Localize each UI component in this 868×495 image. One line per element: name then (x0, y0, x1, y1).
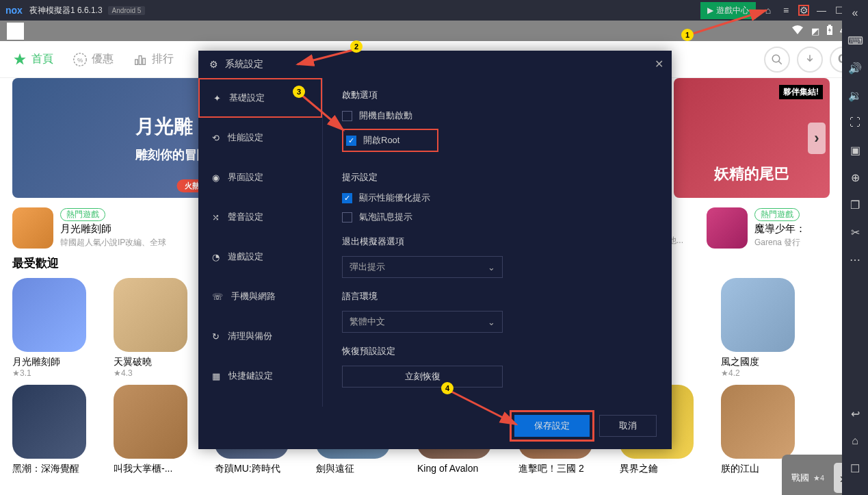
annotation-2: 2 (350, 40, 363, 53)
chevron-down-icon: ⌄ (488, 317, 495, 327)
app-item[interactable]: 天翼破曉★4.3 (114, 278, 202, 378)
svg-rect-5 (139, 55, 142, 64)
tab-deals[interactable]: % 優惠 (73, 52, 114, 67)
app-item[interactable]: 風之國度★4.2 (721, 278, 810, 378)
banner-3[interactable]: 夥伴集結! 妖精的尾巴 › (674, 78, 830, 198)
tab-deals-label: 優惠 (92, 52, 114, 66)
fullscreen-icon[interactable]: ⛶ (847, 115, 863, 130)
menu-icon[interactable]: ≡ (780, 5, 791, 16)
app-name: 奇蹟MU:跨時代 (215, 463, 304, 475)
checkbox-icon (342, 212, 352, 223)
sidebar-item-label: 遊戲設定 (228, 251, 263, 263)
svg-rect-1 (828, 25, 831, 26)
sidebar-item-game[interactable]: ◔遊戲設定 (198, 237, 322, 277)
hot-tag: 熱門遊戲 (754, 208, 800, 221)
checkbox-bubble-tip[interactable]: 氣泡訊息提示 (342, 211, 653, 223)
multi-instance-icon[interactable]: ❐ (847, 197, 863, 212)
search-button[interactable] (764, 47, 790, 73)
game-center-button[interactable]: ▶ 遊戲中心 (700, 2, 756, 19)
keyboard-icon[interactable]: ⌨ (847, 33, 863, 48)
modal-title: 系統設定 (225, 58, 263, 71)
tab-rank-label: 排行 (152, 52, 174, 66)
sidebar-item-shortcut[interactable]: ▦快捷鍵設定 (198, 356, 322, 396)
app-icon (114, 385, 187, 459)
sidebar-item-label: 界面設定 (228, 171, 263, 183)
nox-logo: nox (5, 5, 23, 16)
keyboard-small-icon: ▦ (212, 371, 220, 381)
recent-icon[interactable]: ☐ (847, 461, 863, 476)
checkbox-icon: ✓ (342, 193, 352, 203)
app-name: 黑潮：深海覺醒 (12, 463, 101, 475)
percent-icon: % (73, 52, 88, 67)
scroll-pill-label: 戰國 (791, 472, 809, 484)
tab-rank[interactable]: 排行 (133, 52, 174, 67)
screenshot-icon: ◩ (811, 26, 819, 36)
svg-point-7 (772, 55, 780, 62)
scissors-icon[interactable]: ✂ (847, 225, 863, 240)
app-icon (12, 278, 86, 352)
annotation-3: 3 (293, 86, 305, 98)
sidebar-item-sound[interactable]: ⤭聲音設定 (198, 197, 322, 237)
checkbox-root[interactable]: ✓開啟Root (342, 129, 438, 152)
phone-icon: ☏ (212, 292, 223, 302)
status-left-box (7, 23, 24, 40)
home-nav-icon[interactable]: ⌂ (847, 433, 863, 448)
app-name: 劍與遠征 (316, 463, 405, 475)
sidebar-item-clean[interactable]: ↻清理與備份 (198, 316, 322, 356)
gear-small-icon: ⚙ (209, 59, 218, 70)
app-name: 天翼破曉 (114, 356, 202, 368)
settings-main: 啟動選項 開機自動啟動 ✓開啟Root 提示設定 ✓顯示性能優化提示 氣泡訊息提… (323, 78, 672, 407)
window-titlebar: nox 夜神模擬器1 6.6.1.3 Android 5 ▶ 遊戲中心 ⌂ ≡ … (0, 0, 868, 21)
record-icon[interactable]: ⊕ (847, 170, 863, 185)
app-name: 異界之鑰 (620, 463, 709, 475)
sidebar-item-basic[interactable]: ✦基礎設定 (198, 78, 322, 118)
scroll-pill[interactable]: 戰國 ★4 › (782, 455, 842, 495)
home-outline-icon[interactable]: ⌂ (763, 5, 774, 16)
cancel-button[interactable]: 取消 (599, 415, 657, 437)
game-center-label: 遊戲中心 (716, 5, 749, 16)
svg-line-8 (778, 61, 782, 64)
tab-home-label: 首頁 (31, 52, 53, 66)
more-icon[interactable]: ⋯ (847, 252, 863, 267)
app-icon (721, 385, 795, 459)
app-item[interactable]: 月光雕刻師★3.1 (12, 278, 101, 378)
sidebar-item-perf[interactable]: ⟲性能設定 (198, 118, 322, 157)
app-icon (721, 278, 795, 352)
reset-button[interactable]: 立刻恢復 (342, 366, 503, 388)
lang-select[interactable]: 繁體中文⌄ (342, 311, 503, 333)
game-thumb (707, 207, 748, 249)
app-item[interactable]: 叫我大掌櫃-... (114, 385, 202, 475)
banner-3-tag: 夥伴集結! (779, 85, 823, 99)
settings-gear-icon[interactable]: ⚙ (798, 5, 809, 16)
minimize-icon[interactable]: — (816, 5, 827, 16)
back-icon[interactable]: ↩ (847, 406, 863, 421)
chevron-right-icon[interactable]: › (834, 463, 842, 493)
checkbox-autostart[interactable]: 開機自動啟動 (342, 110, 653, 122)
banner-next-icon[interactable]: › (808, 123, 826, 154)
checkbox-perf-tip[interactable]: ✓顯示性能優化提示 (342, 192, 653, 204)
download-icon (804, 53, 816, 66)
app-name: 月光雕刻師 (12, 356, 101, 368)
app-item[interactable]: 黑潮：深海覺醒 (12, 385, 101, 475)
app-name: King of Avalon (417, 463, 506, 474)
tips-heading: 提示設定 (342, 171, 653, 183)
sidebar-item-label: 清理與備份 (228, 330, 272, 342)
svg-rect-6 (143, 58, 146, 64)
exit-select[interactable]: 彈出提示⌄ (342, 256, 503, 278)
featured-item-3[interactable]: 熱門遊戲 魔導少年： Garena 發行 (707, 207, 830, 249)
save-button[interactable]: 保存設定 (514, 415, 590, 437)
collapse-icon[interactable]: « (847, 5, 863, 21)
app-name: 進擊吧！三國 2 (518, 463, 607, 475)
download-button[interactable] (797, 47, 823, 73)
sidebar-item-phone[interactable]: ☏手機與網路 (198, 277, 322, 316)
window-title: 夜神模擬器1 6.6.1.3 (29, 5, 103, 16)
tab-home[interactable]: 首頁 (12, 52, 53, 67)
volume-down-icon[interactable]: 🔉 (847, 88, 863, 103)
screenshot-tool-icon[interactable]: ▣ (847, 142, 863, 157)
chevron-down-icon: ⌄ (488, 262, 495, 272)
select-value: 繁體中文 (350, 316, 385, 328)
lang-heading: 語言環境 (342, 290, 653, 303)
modal-close-icon[interactable]: ✕ (655, 58, 663, 71)
sidebar-item-ui[interactable]: ◉界面設定 (198, 157, 322, 197)
volume-up-icon[interactable]: 🔊 (847, 60, 863, 75)
